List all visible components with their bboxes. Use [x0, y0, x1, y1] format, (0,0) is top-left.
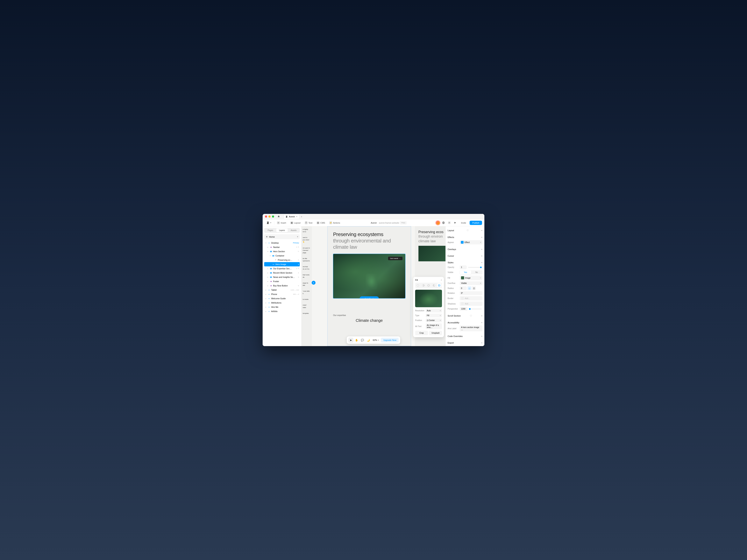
- layer-news[interactable]: ▸▮▮News and Insights Se…+: [264, 275, 300, 279]
- crop-button[interactable]: Crop: [415, 331, 428, 335]
- tab-layers[interactable]: Layers: [276, 228, 288, 232]
- zoom-select[interactable]: 62%▾: [371, 339, 380, 342]
- aria-label-input[interactable]: A hero section image …: [460, 325, 483, 331]
- layer-attributions[interactable]: ▸▭Attributions: [264, 301, 300, 305]
- left-panel: Pages Layers Assets Home ▾ ▾▭DesktopPrim…: [263, 226, 302, 346]
- insert-button[interactable]: +Insert: [276, 220, 288, 225]
- alt-text-input[interactable]: An image of a sma…: [426, 323, 442, 329]
- expertise-label: Our expertise: [333, 314, 405, 316]
- avatar[interactable]: [436, 221, 440, 225]
- add-export-button[interactable]: +: [481, 342, 483, 344]
- layer-hero-section[interactable]: ▾▮▮Hero Section⌗: [264, 249, 300, 254]
- layer-desktop[interactable]: ▾▭DesktopPrimary: [264, 241, 300, 245]
- fill-mode-linear[interactable]: [421, 283, 426, 288]
- rotation-input[interactable]: 0°: [460, 291, 483, 295]
- fill-mode-solid[interactable]: [416, 283, 420, 288]
- position-select[interactable]: ⊡ Center▾: [426, 319, 442, 322]
- new-tab-button[interactable]: +: [301, 215, 302, 218]
- perspective-slider[interactable]: [469, 309, 482, 309]
- layer-footer[interactable]: ▸◆Footer: [264, 279, 300, 284]
- fill-mode-conic[interactable]: [432, 283, 436, 288]
- fill-mode-radial[interactable]: [427, 283, 431, 288]
- selection-handle[interactable]: [333, 298, 334, 298]
- fill-input[interactable]: Image×: [460, 275, 483, 280]
- comment-tool[interactable]: 💬: [360, 338, 365, 343]
- framer-menu-button[interactable]: ▾: [265, 220, 273, 225]
- cursor-tool[interactable]: ➤: [348, 338, 353, 343]
- page-selector[interactable]: Home ▾: [264, 234, 300, 239]
- layer-hire-me[interactable]: ▸▭Hire Me: [264, 305, 300, 309]
- add-accessibility-button[interactable]: +: [481, 321, 483, 324]
- layer-container[interactable]: ▾▮▮Container: [264, 254, 300, 258]
- layer-tablet[interactable]: ▸▭Tablet1199 — 810: [264, 288, 300, 292]
- invite-button[interactable]: Invite: [459, 221, 468, 225]
- hand-tool[interactable]: ✋: [354, 338, 359, 343]
- fill-popover-title: Fill: [415, 279, 418, 281]
- add-section-button[interactable]: +Add Section: [360, 296, 379, 298]
- add-style-button[interactable]: +: [481, 261, 483, 264]
- fill-image-preview[interactable]: [415, 290, 442, 307]
- close-icon[interactable]: ×: [441, 279, 442, 281]
- layer-welcome[interactable]: ▸▭Welcome Guide: [264, 296, 300, 301]
- layer-hero-image[interactable]: ▭Hero Image+: [264, 262, 300, 266]
- actions-button[interactable]: ⚡Actions: [328, 220, 342, 225]
- cms-button[interactable]: ▤CMS: [315, 220, 327, 225]
- add-effect-button[interactable]: +: [481, 236, 483, 238]
- text-icon: T: [305, 221, 308, 224]
- add-scroll-button[interactable]: +: [481, 315, 483, 317]
- opacity-input[interactable]: 1: [460, 265, 467, 269]
- add-cursor-button[interactable]: +: [481, 255, 483, 257]
- minimize-window-button[interactable]: [268, 215, 271, 218]
- layer-artfolio[interactable]: ▸▭Artfolio: [264, 309, 300, 314]
- selection-handle[interactable]: [405, 254, 405, 254]
- layer-phone[interactable]: ▸▭Phone809 — 0: [264, 292, 300, 296]
- app-window: Avenir × + ▾ +Insert ▦Layout TText ▤CMS …: [263, 214, 484, 346]
- globe-icon[interactable]: [441, 220, 446, 225]
- chevron-down-icon: ▾: [297, 236, 298, 238]
- home-button[interactable]: [277, 215, 280, 218]
- border-add[interactable]: Add…: [460, 296, 483, 300]
- layer-recent-work[interactable]: ▸▮▮Recent Work Section+: [264, 271, 300, 275]
- layer-our-expertise[interactable]: ▸▮▮Our Expertise Sec…⌗ +: [264, 266, 300, 271]
- type-select[interactable]: Fill▾: [426, 314, 442, 317]
- add-overlay-button[interactable]: +: [481, 248, 483, 250]
- selection-handle[interactable]: [333, 254, 334, 254]
- overflow-select[interactable]: Visible▾: [460, 282, 483, 285]
- gear-icon[interactable]: [447, 220, 452, 225]
- publish-button[interactable]: Publish: [470, 221, 482, 225]
- radius-separate-icon[interactable]: ◫: [472, 286, 476, 290]
- get-avenir-button[interactable]: Get Avenir →: [388, 257, 402, 260]
- resolution-select[interactable]: Auto▾: [426, 309, 442, 313]
- visible-toggle[interactable]: YesNo: [460, 270, 483, 274]
- effect-appear-pill[interactable]: +Effect×: [460, 240, 483, 244]
- tab-close-button[interactable]: ×: [296, 215, 298, 218]
- perspective-input[interactable]: 1200: [460, 307, 467, 311]
- radius-input[interactable]: 0: [460, 287, 467, 290]
- unsplash-button[interactable]: Unsplash: [429, 331, 442, 335]
- upgrade-button[interactable]: Upgrade Now: [381, 338, 398, 342]
- breadcrumb: Avenir · avenir.framer.website FREE: [343, 221, 434, 224]
- play-icon[interactable]: [453, 220, 458, 225]
- selection-handle[interactable]: [405, 298, 405, 298]
- layer-buy-now[interactable]: ▸◆Buy Now Button+: [264, 284, 300, 288]
- collapse-button[interactable]: ≡: [312, 281, 315, 285]
- opacity-slider[interactable]: [468, 267, 482, 268]
- dark-mode-toggle[interactable]: 🌙: [366, 338, 371, 343]
- canvas-area[interactable]: a highlyed to vant toyou need👇 rid used …: [302, 226, 445, 346]
- layout-button[interactable]: ▦Layout: [289, 220, 302, 225]
- text-button[interactable]: TText: [303, 220, 314, 225]
- shadows-add[interactable]: Add…: [460, 301, 483, 306]
- maximize-window-button[interactable]: [272, 215, 274, 218]
- frame-desktop[interactable]: Preserving ecosystems through environmen…: [327, 226, 411, 346]
- layer-navbar[interactable]: ▸◆Navbar⌗ +: [264, 245, 300, 249]
- fill-mode-image[interactable]: [437, 283, 441, 288]
- close-window-button[interactable]: [265, 215, 267, 218]
- add-layout-button[interactable]: +: [481, 229, 483, 232]
- layer-preserving-text[interactable]: TPreserving ec…+: [264, 258, 300, 262]
- tab-assets[interactable]: Assets: [288, 228, 300, 232]
- tab-pages[interactable]: Pages: [264, 228, 276, 232]
- tab-avenir[interactable]: Avenir ×: [283, 214, 300, 219]
- hero-image-selection[interactable]: Get Avenir → +Add Section: [333, 254, 405, 298]
- add-override-button[interactable]: +: [481, 335, 483, 337]
- radius-uniform-icon[interactable]: ◻: [467, 286, 471, 290]
